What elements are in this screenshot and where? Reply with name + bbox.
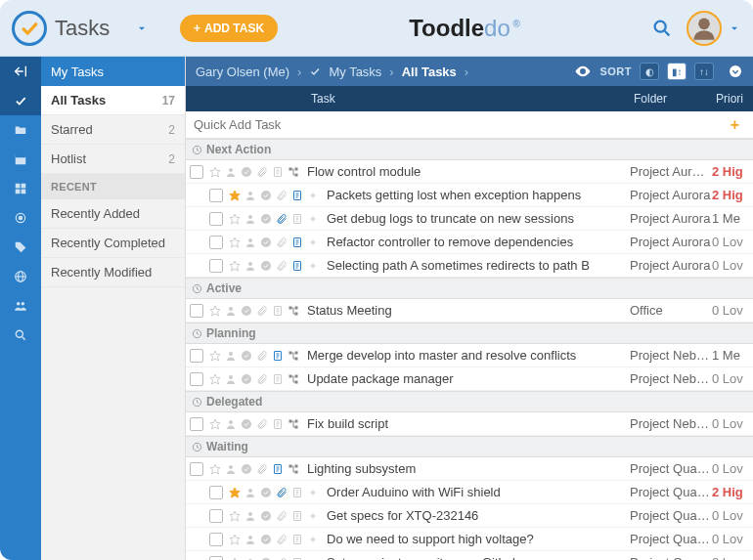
subtask-tree-icon[interactable] <box>286 305 301 317</box>
task-priority[interactable]: 0 Lov <box>712 303 749 318</box>
star-icon[interactable] <box>207 350 223 362</box>
quick-add-input[interactable] <box>194 117 725 132</box>
note-icon[interactable] <box>270 305 286 317</box>
task-priority[interactable]: 2 Hig <box>712 188 749 202</box>
star-icon[interactable] <box>227 487 243 498</box>
attachment-icon[interactable] <box>274 557 289 561</box>
star-icon[interactable] <box>227 260 243 272</box>
person-icon[interactable] <box>243 557 258 561</box>
status-icon[interactable] <box>258 213 274 225</box>
status-icon[interactable] <box>258 510 274 522</box>
note-icon[interactable] <box>289 510 305 522</box>
star-icon[interactable] <box>227 237 243 248</box>
task-checkbox[interactable] <box>209 259 223 273</box>
add-subtask-icon[interactable] <box>305 535 321 544</box>
status-icon[interactable] <box>239 463 254 475</box>
star-icon[interactable] <box>207 463 223 475</box>
star-icon[interactable] <box>227 534 243 545</box>
person-icon[interactable] <box>223 463 239 475</box>
star-icon[interactable] <box>227 190 243 201</box>
note-icon[interactable] <box>270 463 286 475</box>
attachment-icon[interactable] <box>274 213 289 225</box>
status-icon[interactable] <box>239 350 254 362</box>
star-icon[interactable] <box>207 305 223 317</box>
person-icon[interactable] <box>243 510 258 522</box>
note-icon[interactable] <box>270 418 286 430</box>
subtask-tree-icon[interactable] <box>286 350 301 362</box>
task-row[interactable]: Setup project repository on Github Proje… <box>186 551 753 560</box>
task-folder[interactable]: Project Neb… <box>630 371 712 386</box>
task-row[interactable]: Get debug logs to truncate on new sessio… <box>186 207 753 231</box>
person-icon[interactable] <box>223 418 239 430</box>
rail-folder-icon[interactable] <box>0 115 41 145</box>
status-icon[interactable] <box>258 237 274 248</box>
task-row[interactable]: Packets getting lost when exception happ… <box>186 184 753 207</box>
note-icon[interactable] <box>289 213 305 225</box>
section-header[interactable]: Waiting <box>186 436 753 457</box>
section-header[interactable]: Planning <box>186 323 753 344</box>
task-checkbox[interactable] <box>190 349 203 363</box>
col-task[interactable]: Task <box>307 92 634 106</box>
task-priority[interactable]: 1 Me <box>712 348 749 363</box>
crumb-user[interactable]: Gary Olsen (Me) <box>196 65 289 79</box>
task-row[interactable]: Flow control module Project Aur… 2 Hig <box>186 160 753 184</box>
task-folder[interactable]: Project Aur… <box>630 164 712 179</box>
subtask-tree-icon[interactable] <box>286 418 301 430</box>
add-subtask-icon[interactable] <box>305 191 321 200</box>
star-icon[interactable] <box>227 510 243 522</box>
quick-add-plus-icon[interactable]: + <box>725 116 745 134</box>
task-folder[interactable]: Project Neb… <box>630 416 712 431</box>
sort-chip-2[interactable]: ▮↕ <box>667 63 687 80</box>
attachment-icon[interactable] <box>274 237 289 248</box>
sidebar-recent-item[interactable]: Recently Modified <box>41 258 185 287</box>
task-row[interactable]: Selecting path A sometimes redirects to … <box>186 254 753 278</box>
sidebar-item[interactable]: Hotlist2 <box>41 145 185 174</box>
task-checkbox[interactable] <box>190 462 203 476</box>
note-icon[interactable] <box>289 557 305 561</box>
task-checkbox[interactable] <box>209 189 223 202</box>
user-menu-caret[interactable] <box>728 22 741 35</box>
subtask-tree-icon[interactable] <box>286 166 301 178</box>
person-icon[interactable] <box>223 350 239 362</box>
task-row[interactable]: Update package manager Project Neb… 0 Lo… <box>186 367 753 391</box>
task-folder[interactable]: Project Quasar <box>630 555 712 560</box>
star-icon[interactable] <box>207 418 223 430</box>
col-priority[interactable]: Priori <box>716 92 753 106</box>
note-icon[interactable] <box>289 534 305 545</box>
rail-globe-icon[interactable] <box>0 262 41 291</box>
add-subtask-icon[interactable] <box>305 261 321 271</box>
section-dropdown-caret[interactable] <box>135 22 149 35</box>
person-icon[interactable] <box>243 260 258 272</box>
task-priority[interactable]: 0 Lov <box>712 235 749 249</box>
task-folder[interactable]: Project Neb… <box>630 348 712 363</box>
section-header[interactable]: Next Action <box>186 139 753 160</box>
subtask-tree-icon[interactable] <box>286 373 301 385</box>
rail-grid-icon[interactable] <box>0 174 41 203</box>
rail-search-icon[interactable] <box>0 321 41 350</box>
person-icon[interactable] <box>223 166 239 178</box>
person-icon[interactable] <box>243 190 258 201</box>
task-row[interactable]: Order Auduino with WiFi shield Project Q… <box>186 481 753 504</box>
note-icon[interactable] <box>270 350 286 362</box>
add-subtask-icon[interactable] <box>305 237 321 247</box>
attachment-icon[interactable] <box>274 534 289 545</box>
task-folder[interactable]: Project Aurora <box>630 188 712 202</box>
task-folder[interactable]: Project Quasar <box>630 485 712 499</box>
attachment-icon[interactable] <box>254 350 270 362</box>
note-icon[interactable] <box>289 487 305 498</box>
attachment-icon[interactable] <box>254 305 270 317</box>
avatar[interactable] <box>687 11 722 46</box>
status-icon[interactable] <box>239 418 254 430</box>
task-checkbox[interactable] <box>209 509 223 523</box>
rail-tag-icon[interactable] <box>0 233 41 262</box>
note-icon[interactable] <box>270 166 286 178</box>
task-folder[interactable]: Project Aurora <box>630 258 712 273</box>
task-row[interactable]: Do we need to support high voltage? Proj… <box>186 528 753 551</box>
task-priority[interactable]: 1 Me <box>712 211 749 226</box>
status-icon[interactable] <box>239 166 254 178</box>
task-folder[interactable]: Project Qua… <box>630 461 712 476</box>
task-row[interactable]: Lighting subsystem Project Qua… 0 Lov <box>186 457 753 481</box>
task-checkbox[interactable] <box>190 372 203 386</box>
status-icon[interactable] <box>258 190 274 201</box>
rail-calendar-icon[interactable] <box>0 145 41 174</box>
